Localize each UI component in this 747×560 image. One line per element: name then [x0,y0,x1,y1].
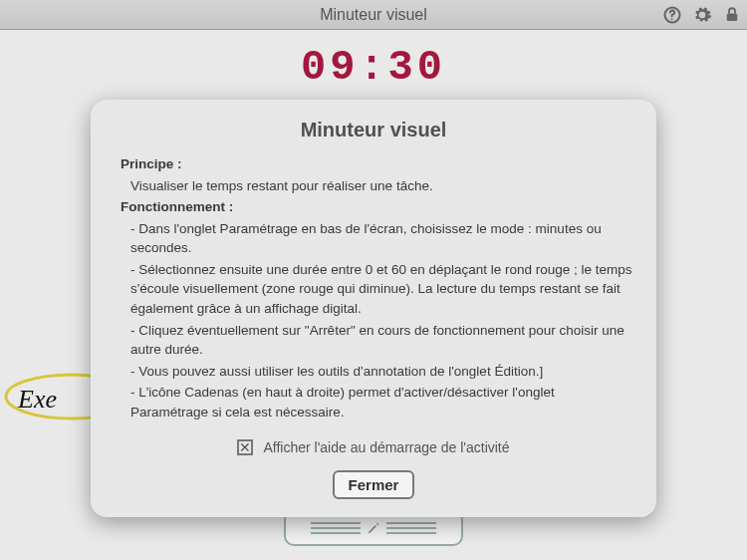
app-title: Minuteur visuel [0,6,747,24]
svg-point-1 [671,18,673,20]
func-item: - L'icône Cadenas (en haut à droite) per… [130,383,632,421]
help-modal: Minuteur visuel Principe : Visualiser le… [91,100,656,517]
lines-icon [311,527,361,529]
svg-rect-2 [727,13,738,21]
functioning-label: Fonctionnement : [121,197,632,217]
func-item: - Vous pouvez aussi utiliser les outils … [130,362,632,382]
show-help-label: Afficher l'aide au démarrage de l'activi… [263,437,509,457]
modal-title: Minuteur visuel [115,116,632,144]
principle-text: Visualiser le temps restant pour réalise… [121,176,632,196]
checkbox-icon[interactable]: ✕ [237,439,253,455]
close-button[interactable]: Fermer [333,470,415,499]
functioning-list: - Dans l'onglet Paramétrage en bas de l'… [121,219,632,422]
func-item: - Sélectionnez ensuite une durée entre 0… [130,260,632,319]
show-help-checkbox-row[interactable]: ✕ Afficher l'aide au démarrage de l'acti… [115,437,632,457]
digital-time: 09:30 [0,44,747,92]
principle-label: Principe : [121,154,632,174]
gear-icon[interactable] [691,4,713,26]
topbar: Minuteur visuel [0,0,747,30]
lock-icon[interactable] [721,4,743,26]
annotation-text: Exe [18,385,57,415]
func-item: - Cliquez éventuellement sur "Arrêter" e… [130,321,632,360]
lines-icon [386,527,436,529]
topbar-icons [661,0,743,29]
help-icon[interactable] [661,4,683,26]
pencil-icon [367,521,380,535]
func-item: - Dans l'onglet Paramétrage en bas de l'… [130,219,632,258]
